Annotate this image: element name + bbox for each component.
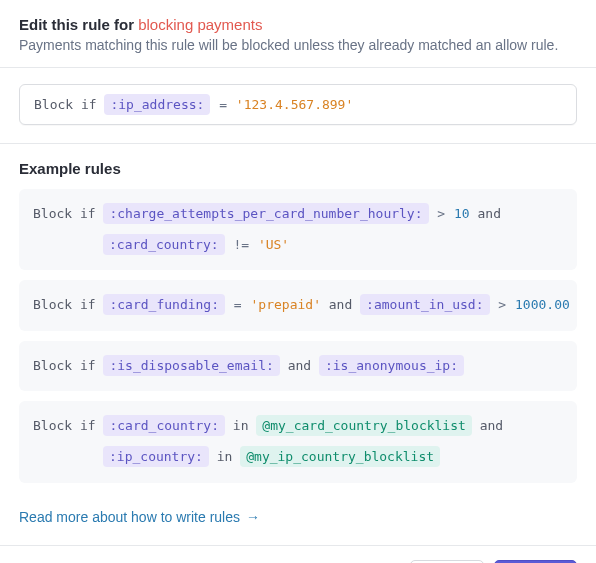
and-token: and xyxy=(280,358,319,373)
rule-prefix: Block if xyxy=(33,297,103,312)
list-token: @my_card_country_blocklist xyxy=(256,415,472,436)
examples-section: Example rules Block if :charge_attempts_… xyxy=(0,144,596,503)
example-rule: Block if :card_funding: = 'prepaid' and … xyxy=(19,280,577,331)
example-rule: Block if :charge_attempts_per_card_numbe… xyxy=(19,189,577,270)
in-token: in xyxy=(209,449,240,464)
footer: Cancel Test rule xyxy=(0,545,596,563)
attr-token: :card_country: xyxy=(103,234,225,255)
op-token: > xyxy=(490,297,515,312)
string-token: '123.4.567.899' xyxy=(236,97,353,112)
rule-input[interactable]: Block if :ip_address: = '123.4.567.899' xyxy=(19,84,577,125)
op-token: != xyxy=(225,237,258,252)
rule-prefix: Block if xyxy=(33,358,103,373)
attr-token: :charge_attempts_per_card_number_hourly: xyxy=(103,203,428,224)
and-token: and xyxy=(472,418,503,433)
arrow-right-icon: → xyxy=(246,509,260,525)
test-rule-button[interactable]: Test rule xyxy=(494,560,577,563)
page-subtitle: Payments matching this rule will be bloc… xyxy=(19,37,577,53)
title-prefix: Edit this rule for xyxy=(19,16,138,33)
read-more-text: Read more about how to write rules xyxy=(19,509,240,525)
examples-title: Example rules xyxy=(19,160,577,177)
attr-token: :is_disposable_email: xyxy=(103,355,279,376)
rule-editor-section: Block if :ip_address: = '123.4.567.899' xyxy=(0,68,596,143)
title-accent: blocking payments xyxy=(138,16,262,33)
attr-token: :card_country: xyxy=(103,415,225,436)
op-token: = xyxy=(210,97,235,112)
in-token: in xyxy=(225,418,256,433)
string-token: 'US' xyxy=(258,237,289,252)
attr-token: :ip_address: xyxy=(104,94,210,115)
read-more-section: Read more about how to write rules → xyxy=(0,503,596,545)
and-token: and xyxy=(321,297,360,312)
rule-prefix: Block if xyxy=(34,97,104,112)
example-rule: Block if :is_disposable_email: and :is_a… xyxy=(19,341,577,392)
page-title: Edit this rule for blocking payments xyxy=(19,16,577,33)
attr-token: :amount_in_usd: xyxy=(360,294,489,315)
attr-token: :ip_country: xyxy=(103,446,209,467)
read-more-link[interactable]: Read more about how to write rules → xyxy=(19,509,260,525)
list-token: @my_ip_country_blocklist xyxy=(240,446,440,467)
and-token: and xyxy=(470,206,501,221)
attr-token: :is_anonymous_ip: xyxy=(319,355,464,376)
op-token: = xyxy=(225,297,250,312)
attr-token: :card_funding: xyxy=(103,294,225,315)
number-token: 10 xyxy=(454,206,470,221)
string-token: 'prepaid' xyxy=(251,297,321,312)
op-token: > xyxy=(429,206,454,221)
number-token: 1000.00 xyxy=(515,297,570,312)
example-rule: Block if :card_country: in @my_card_coun… xyxy=(19,401,577,482)
rule-prefix: Block if xyxy=(33,418,103,433)
header: Edit this rule for blocking payments Pay… xyxy=(0,0,596,67)
cancel-button[interactable]: Cancel xyxy=(410,560,484,563)
rule-prefix: Block if xyxy=(33,206,103,221)
